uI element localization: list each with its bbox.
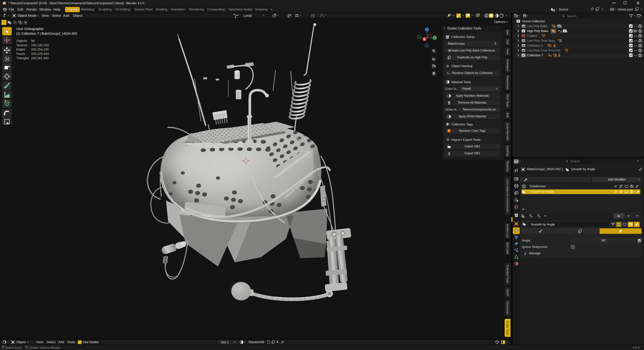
- svg-text:A: A: [447, 72, 448, 74]
- svg-text:z: z: [448, 73, 450, 75]
- svg-text:a: a: [446, 64, 448, 68]
